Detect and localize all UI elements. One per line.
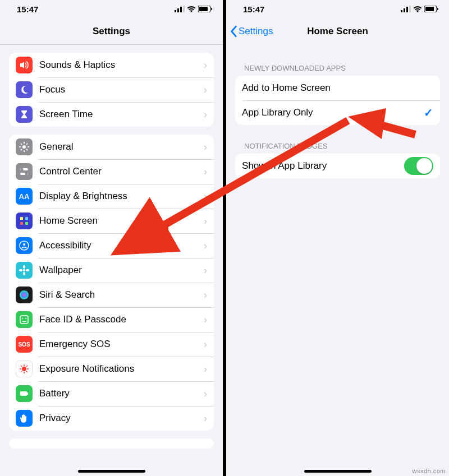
row-label: Show in App Library xyxy=(242,160,404,172)
row-label: Siri & Search xyxy=(39,289,200,301)
siri-icon xyxy=(16,286,33,303)
row-controlcenter[interactable]: Control Center› xyxy=(9,159,214,184)
svg-rect-43 xyxy=(425,7,434,11)
section-header-newly-downloaded: NEWLY DOWNLOADED APPS xyxy=(235,64,440,76)
chevron-right-icon: › xyxy=(204,388,207,400)
chevron-right-icon: › xyxy=(204,265,207,276)
status-time: 15:47 xyxy=(17,4,38,14)
svg-line-35 xyxy=(21,371,22,372)
svg-rect-36 xyxy=(20,391,27,396)
battery-icon xyxy=(198,6,213,12)
row-battery[interactable]: Battery› xyxy=(9,381,214,406)
svg-point-20 xyxy=(23,272,25,275)
toggle-show-in-app-library[interactable] xyxy=(404,157,433,175)
phone-settings: 15:47 Settings Sounds & Haptics›Focus›Sc… xyxy=(0,0,224,476)
svg-point-7 xyxy=(22,145,26,149)
sounds-icon xyxy=(16,57,33,73)
row-homescreen[interactable]: Home Screen› xyxy=(9,209,214,233)
chevron-right-icon: › xyxy=(204,314,207,326)
row-screentime[interactable]: Screen Time› xyxy=(9,102,214,127)
accessibility-icon xyxy=(16,237,33,254)
svg-point-11 xyxy=(25,173,28,175)
settings-list[interactable]: Sounds & Haptics›Focus›Screen Time› Gene… xyxy=(0,45,223,476)
chevron-right-icon: › xyxy=(204,59,207,71)
svg-rect-1 xyxy=(177,8,179,12)
row-accessibility[interactable]: Accessibility› xyxy=(9,233,214,258)
wifi-icon xyxy=(187,6,196,12)
settings-group-1: Sounds & Haptics›Focus›Screen Time› xyxy=(9,53,214,127)
svg-point-23 xyxy=(20,290,29,299)
chevron-right-icon: › xyxy=(204,215,207,227)
homescreen-settings-list[interactable]: NEWLY DOWNLOADED APPS Add to Home Screen… xyxy=(226,45,449,476)
home-indicator[interactable] xyxy=(304,470,372,473)
checkmark-icon: ✓ xyxy=(424,106,433,119)
row-label: Exposure Notifications xyxy=(39,363,200,375)
status-icons xyxy=(401,6,439,12)
row-privacy[interactable]: Privacy› xyxy=(9,406,214,431)
row-label: Home Screen xyxy=(39,215,200,227)
homescreen-icon xyxy=(16,212,33,229)
chevron-right-icon: › xyxy=(204,191,207,202)
row-label: Privacy xyxy=(39,413,200,424)
row-general[interactable]: General› xyxy=(9,135,214,159)
svg-point-9 xyxy=(21,168,24,171)
row-exposure[interactable]: Exposure Notifications› xyxy=(9,357,214,381)
chevron-right-icon: › xyxy=(204,166,207,178)
display-icon: AA xyxy=(16,188,33,205)
svg-line-32 xyxy=(21,366,22,367)
row-label: Add to Home Screen xyxy=(242,82,433,94)
row-sos[interactable]: SOSEmergency SOS› xyxy=(9,332,214,357)
focus-icon xyxy=(16,81,33,98)
chevron-right-icon: › xyxy=(204,141,207,153)
row-applib[interactable]: App Library Only✓ xyxy=(235,100,440,125)
row-label: Display & Brightness xyxy=(39,191,200,202)
row-sounds[interactable]: Sounds & Haptics› xyxy=(9,53,214,77)
row-label: Accessibility xyxy=(39,240,200,251)
sos-icon: SOS xyxy=(16,336,33,353)
svg-rect-41 xyxy=(409,6,411,12)
svg-point-26 xyxy=(25,318,26,319)
svg-rect-13 xyxy=(25,217,28,220)
row-display[interactable]: AADisplay & Brightness› xyxy=(9,184,214,209)
svg-rect-39 xyxy=(404,8,405,12)
settings-group-2: General›Control Center›AADisplay & Brigh… xyxy=(9,135,214,431)
chevron-right-icon: › xyxy=(204,240,207,252)
chevron-right-icon: › xyxy=(204,109,207,121)
svg-rect-38 xyxy=(401,10,402,12)
status-time: 15:47 xyxy=(243,4,264,14)
cellular-icon xyxy=(175,6,185,12)
row-label: Focus xyxy=(39,84,200,95)
chevron-right-icon: › xyxy=(204,289,207,301)
row-label: Screen Time xyxy=(39,109,200,120)
row-label: Emergency SOS xyxy=(39,339,200,350)
page-title: Settings xyxy=(93,26,130,37)
faceid-icon xyxy=(16,311,33,328)
row-show-in-app-library[interactable]: Show in App Library xyxy=(235,154,440,178)
row-faceid[interactable]: Face ID & Passcode› xyxy=(9,307,214,332)
watermark: wsxdn.com xyxy=(412,468,446,474)
svg-point-27 xyxy=(22,367,26,371)
cellular-icon xyxy=(401,6,411,12)
row-focus[interactable]: Focus› xyxy=(9,77,214,102)
svg-point-18 xyxy=(23,269,25,271)
svg-point-19 xyxy=(23,265,25,269)
page-title: Home Screen xyxy=(307,26,368,37)
svg-rect-44 xyxy=(437,8,438,10)
svg-rect-12 xyxy=(20,217,23,220)
svg-rect-3 xyxy=(183,6,185,12)
status-bar: 15:47 xyxy=(0,0,223,18)
row-addhome[interactable]: Add to Home Screen xyxy=(235,76,440,100)
row-label: Battery xyxy=(39,388,200,399)
svg-point-17 xyxy=(23,243,25,246)
battery-icon xyxy=(424,6,439,12)
row-siri[interactable]: Siri & Search› xyxy=(9,283,214,307)
navbar: Settings Home Screen xyxy=(226,18,449,45)
svg-rect-24 xyxy=(20,316,28,324)
back-button[interactable]: Settings xyxy=(230,18,273,45)
svg-point-21 xyxy=(19,269,22,271)
settings-group-3-peek xyxy=(9,438,214,449)
home-indicator[interactable] xyxy=(78,470,145,473)
row-wallpaper[interactable]: Wallpaper› xyxy=(9,258,214,283)
chevron-right-icon: › xyxy=(204,363,207,375)
back-label: Settings xyxy=(239,26,273,37)
